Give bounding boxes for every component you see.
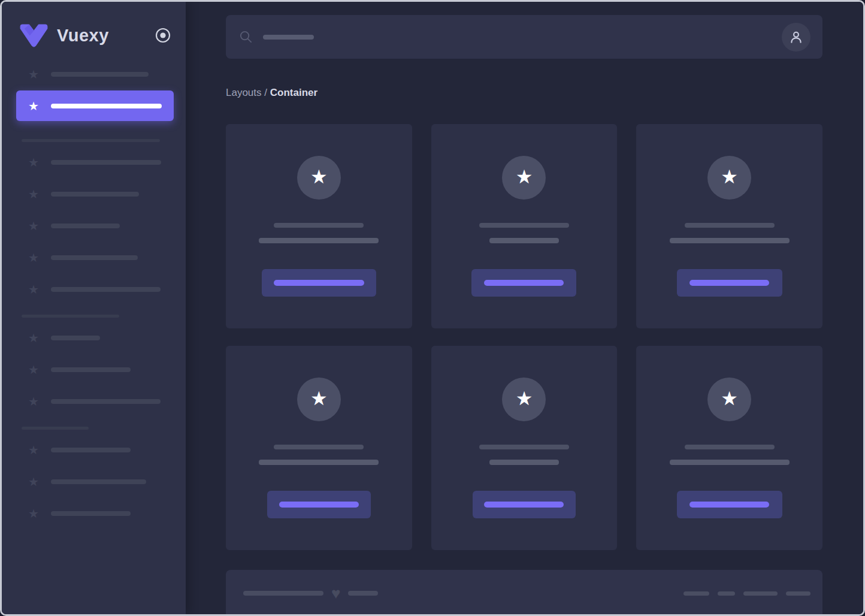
star-icon: ★ (27, 99, 40, 113)
footer-text-skeleton (348, 591, 378, 596)
card-avatar: ★ (297, 378, 341, 421)
menu-label-skeleton (51, 336, 100, 340)
footer-row: ♥ (243, 588, 810, 598)
sidebar-item-active[interactable]: ★ (16, 90, 174, 121)
search-placeholder-skeleton (263, 35, 314, 40)
button-label-skeleton (689, 280, 769, 286)
star-icon: ★ (721, 389, 738, 410)
menu-label-skeleton (51, 448, 131, 452)
sidebar-item[interactable]: ★ (27, 331, 174, 345)
menu-label-skeleton (51, 192, 139, 197)
card-subtitle-skeleton (259, 238, 379, 243)
star-icon: ★ (27, 331, 40, 345)
card: ★ (226, 346, 412, 550)
button-label-skeleton (484, 502, 564, 508)
logo-row: Vuexy (2, 2, 186, 47)
sidebar-section-title-skeleton (22, 139, 160, 142)
card: ★ (636, 346, 822, 550)
card-title-skeleton (274, 445, 364, 449)
card-subtitle-skeleton (670, 460, 790, 465)
app-title: Vuexy (57, 26, 109, 46)
sidebar-item[interactable]: ★ (27, 282, 174, 297)
card-button[interactable] (677, 491, 782, 518)
footer-text-skeleton (243, 591, 323, 596)
star-icon: ★ (27, 250, 40, 265)
star-icon: ★ (721, 167, 738, 189)
sidebar-item[interactable]: ★ (27, 67, 174, 81)
sidebar-section-title-skeleton (22, 427, 89, 430)
card: ★ (636, 124, 822, 328)
star-icon: ★ (27, 475, 40, 489)
button-label-skeleton (689, 502, 769, 508)
card-title-skeleton (685, 223, 775, 228)
button-label-skeleton (274, 280, 364, 286)
card-button[interactable] (262, 269, 376, 297)
button-label-skeleton (279, 502, 359, 508)
app-window: Vuexy ★★★★★★★★★★★★★ Layouts (0, 0, 865, 616)
sidebar: Vuexy ★★★★★★★★★★★★★ (2, 2, 186, 614)
menu-label-skeleton (51, 104, 162, 108)
card-button[interactable] (471, 269, 576, 297)
star-icon: ★ (310, 167, 328, 189)
card-title-skeleton (274, 223, 364, 228)
card-title-skeleton (479, 223, 569, 228)
footer-link-skeleton (743, 591, 778, 596)
breadcrumb-page: Container (270, 87, 317, 98)
card-subtitle-skeleton (259, 460, 379, 465)
sidebar-item[interactable]: ★ (27, 187, 174, 201)
card: ★ (226, 124, 412, 328)
menu-label-skeleton (51, 479, 146, 484)
card-avatar: ★ (297, 156, 341, 200)
sidebar-section-title-skeleton (22, 315, 119, 318)
footer-link-skeleton (786, 591, 810, 596)
star-icon: ★ (27, 282, 40, 297)
menu-label-skeleton (51, 287, 161, 292)
star-icon: ★ (310, 389, 328, 410)
heart-icon: ♥ (331, 588, 340, 598)
star-icon: ★ (27, 443, 40, 457)
menu-label-skeleton (51, 367, 131, 372)
search-bar[interactable] (226, 15, 822, 59)
menu-label-skeleton (51, 72, 149, 77)
sidebar-item[interactable]: ★ (27, 155, 174, 170)
sidebar-item[interactable]: ★ (27, 506, 174, 521)
card-subtitle-skeleton (670, 238, 790, 243)
star-icon: ★ (516, 167, 533, 189)
menu-label-skeleton (51, 224, 120, 228)
star-icon: ★ (27, 506, 40, 521)
card: ★ (431, 124, 618, 328)
sidebar-item[interactable]: ★ (27, 219, 174, 233)
footer-card: ♥ (226, 570, 822, 614)
card-subtitle-skeleton (489, 238, 559, 243)
button-label-skeleton (484, 280, 564, 286)
magnifier-icon (239, 30, 253, 44)
radio-pin-icon[interactable] (155, 27, 171, 44)
menu-label-skeleton (51, 511, 131, 516)
card-button[interactable] (473, 491, 576, 518)
breadcrumb-section[interactable]: Layouts (226, 87, 262, 98)
card-button[interactable] (677, 269, 782, 297)
card-title-skeleton (479, 445, 569, 449)
star-icon: ★ (27, 219, 40, 233)
sidebar-item[interactable]: ★ (27, 250, 174, 265)
card-title-skeleton (685, 445, 775, 449)
user-avatar-button[interactable] (782, 23, 810, 52)
star-icon: ★ (27, 187, 40, 201)
sidebar-item[interactable]: ★ (27, 443, 174, 457)
main-content: Layouts / Container ★★★★★★ ♥ (186, 2, 863, 614)
sidebar-item[interactable]: ★ (27, 394, 174, 409)
star-icon: ★ (27, 394, 40, 409)
sidebar-item[interactable]: ★ (27, 363, 174, 377)
vuexy-logo (20, 24, 48, 47)
card-button[interactable] (267, 491, 371, 518)
card-avatar: ★ (707, 156, 751, 200)
star-icon: ★ (27, 155, 40, 170)
user-icon (788, 29, 804, 45)
menu-label-skeleton (51, 160, 161, 165)
card-subtitle-skeleton (489, 460, 559, 465)
sidebar-item[interactable]: ★ (27, 475, 174, 489)
footer-links (683, 591, 810, 596)
footer-link-skeleton (718, 591, 735, 596)
sidebar-menu: ★★★★★★★★★★★★★ (2, 67, 186, 556)
breadcrumb: Layouts / Container (226, 87, 822, 99)
